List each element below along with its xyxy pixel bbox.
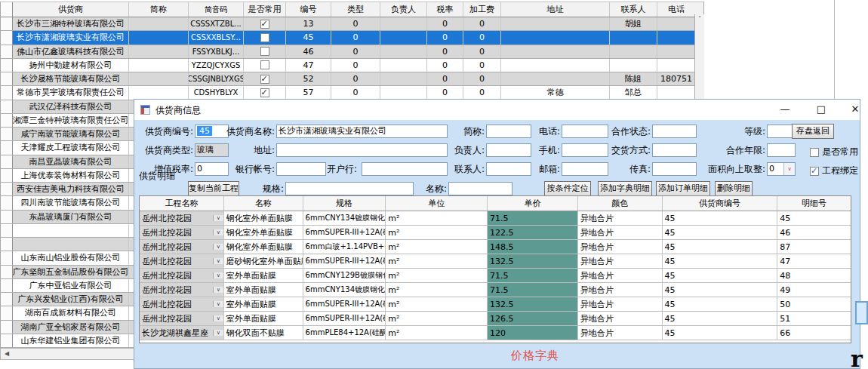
project-combobox[interactable]: 岳州北控花园 ∨ bbox=[140, 312, 224, 325]
price-cell[interactable]: 71.5 bbox=[488, 283, 578, 297]
detail-row[interactable]: 岳州北控花园 ∨ 磨砂钢化室外单面贴膜 6mmSUPER-III+12A(硅..… bbox=[140, 254, 851, 269]
detail-row[interactable]: 岳州北控花园 ∨ 钢化室外单面贴膜 6mm白玻+1.14PVB+6mm... m… bbox=[140, 240, 851, 254]
supplier-row[interactable]: 长沙晟格节能玻璃有限公司 CSSGJNBLYXGS 52 0 0 0 陈姐 18… bbox=[1, 72, 703, 86]
is-common-checkbox[interactable] bbox=[260, 60, 269, 69]
col-header-process-fee[interactable]: 加工费 bbox=[463, 2, 501, 17]
price-cell[interactable]: 132.5 bbox=[488, 297, 578, 311]
project-combobox[interactable]: 岳州北控花园 ∨ bbox=[140, 211, 224, 225]
project-combobox[interactable]: 岳州北控花园 ∨ bbox=[140, 297, 224, 311]
add-dict-detail-button[interactable]: 添加字典明细 bbox=[598, 181, 652, 196]
detail-row[interactable]: 岳州北控花园 ∨ 室外单面贴膜 6mmSUPER-III+12A(硅... m²… bbox=[140, 312, 851, 326]
phone-field[interactable] bbox=[562, 125, 608, 138]
fax-field[interactable] bbox=[652, 162, 697, 176]
col-header-spec[interactable]: 规格 bbox=[303, 196, 386, 211]
col-header-manager[interactable]: 负责人 bbox=[380, 2, 427, 17]
minimize-button[interactable]: — bbox=[772, 100, 798, 119]
col-header-address[interactable]: 地址 bbox=[501, 2, 610, 17]
col-header-color[interactable]: 颜色 bbox=[578, 196, 663, 211]
email-field[interactable] bbox=[562, 162, 608, 176]
supplier-row[interactable]: 长沙市潇湘玻璃实业有限公司 CSSXXBLSY... 45 0 0 0 bbox=[1, 31, 703, 45]
is-common-checkbox[interactable] bbox=[260, 75, 269, 84]
col-header-project[interactable]: 工程名称 bbox=[140, 196, 224, 211]
detail-row[interactable]: 岳州北控花园 ∨ 钢化室外单面贴膜 6mmCNY134镀膜钢化 m² 71.5 … bbox=[140, 211, 851, 226]
mobile-field[interactable] bbox=[562, 143, 608, 157]
col-header-pinyin-code[interactable]: 简音码 bbox=[189, 2, 244, 17]
detail-row[interactable]: 岳州北控花园 ∨ 室外单面贴膜 6mmCNY134镀膜钢化 m² 71.5 异地… bbox=[140, 283, 851, 297]
price-cell[interactable]: 71.5 bbox=[488, 211, 578, 225]
supplier-type-field[interactable]: 玻璃 bbox=[195, 143, 229, 157]
address-field[interactable] bbox=[276, 143, 448, 157]
delete-detail-button[interactable]: 删除明细 bbox=[715, 181, 753, 196]
project-combobox[interactable]: 长沙龙湖祺鑫星座 ∨ bbox=[140, 326, 224, 340]
chevron-down-icon[interactable]: ∨ bbox=[213, 215, 223, 221]
detail-row[interactable]: 岳州北控花园 ∨ 室外单面贴膜 6mmSUPER-III+12A(硅... m²… bbox=[140, 297, 851, 312]
locate-by-condition-button[interactable]: 按条件定位 bbox=[544, 181, 591, 196]
chevron-down-icon[interactable]: ∨ bbox=[213, 330, 223, 336]
short-name-field[interactable] bbox=[486, 125, 531, 138]
col-header-supplier-no[interactable]: 供货商编号 bbox=[663, 196, 778, 211]
col-header-unit[interactable]: 单位 bbox=[386, 196, 488, 211]
detail-row[interactable]: 岳州北控花园 ∨ 室外单面贴膜 6mmCNY129B镀膜钢化 m² 71.5 异… bbox=[140, 269, 851, 283]
chevron-down-icon[interactable]: ∨ bbox=[783, 163, 795, 175]
col-header-contact[interactable]: 联系人 bbox=[610, 2, 657, 17]
dialog-titlebar[interactable]: 供货商信息 — □ ✕ bbox=[134, 100, 860, 120]
manager-field[interactable] bbox=[486, 143, 531, 157]
copy-current-project-button[interactable]: 复制当前工程 bbox=[188, 181, 239, 196]
is-common-checkbox[interactable] bbox=[260, 33, 269, 42]
bank-name-field[interactable] bbox=[362, 162, 448, 176]
col-header-type[interactable]: 类型 bbox=[331, 2, 380, 17]
col-header-price[interactable]: 单价 bbox=[488, 196, 578, 211]
is-common-checkbox[interactable] bbox=[260, 47, 269, 56]
supplier-name-field[interactable]: 长沙市潇湘玻璃实业有限公司 bbox=[276, 125, 448, 138]
chevron-down-icon[interactable]: ∨ bbox=[213, 272, 223, 278]
coop-years-field[interactable] bbox=[767, 143, 796, 157]
chevron-down-icon[interactable]: ∨ bbox=[213, 301, 223, 307]
maximize-button[interactable]: □ bbox=[808, 100, 834, 119]
col-header-phone[interactable]: 电话 bbox=[657, 2, 695, 17]
supplier-row[interactable]: 佛山市亿鑫玻璃科技有限公司 FSSYXBLKJ... 46 0 0 0 bbox=[1, 45, 703, 59]
col-header-supplier[interactable]: 供货商 bbox=[13, 2, 129, 17]
project-bind-checkbox[interactable] bbox=[810, 167, 819, 176]
price-cell[interactable]: 71.5 bbox=[488, 269, 578, 282]
project-combobox[interactable]: 岳州北控花园 ∨ bbox=[140, 254, 224, 268]
close-icon[interactable]: ✕ bbox=[842, 100, 868, 119]
project-combobox[interactable]: 岳州北控花园 ∨ bbox=[140, 240, 224, 254]
delivery-method-field[interactable] bbox=[652, 143, 697, 157]
save-return-button[interactable]: 存盘返回 bbox=[792, 124, 834, 139]
is-common-checkbox-group[interactable]: 是否常用 bbox=[810, 146, 858, 158]
price-cell[interactable]: 148.5 bbox=[488, 240, 578, 254]
price-cell[interactable]: 120 bbox=[488, 326, 578, 340]
chevron-down-icon[interactable]: ∨ bbox=[213, 287, 223, 293]
col-header-detail-no[interactable]: 明细号 bbox=[777, 196, 851, 211]
detail-row[interactable]: 长沙龙湖祺鑫星座 ∨ 钢化双面不贴膜 6mmPLE84+12A(硅酮胶... m… bbox=[140, 326, 851, 340]
supplier-row[interactable]: 扬州中勤建材有限公司 YZZQJCYXGS 47 0 0 0 bbox=[1, 59, 703, 72]
scroll-up-icon[interactable]: ˄ bbox=[695, 14, 704, 26]
col-header-number[interactable]: 编号 bbox=[286, 2, 331, 17]
col-header-is-common[interactable]: 是否常用 bbox=[244, 2, 286, 17]
area-round-up-select[interactable]: 0 ∨ bbox=[767, 162, 796, 176]
add-order-detail-button[interactable]: 添加订单明细 bbox=[656, 181, 710, 196]
coop-status-field[interactable] bbox=[652, 125, 697, 138]
chevron-down-icon[interactable]: ∨ bbox=[213, 229, 223, 235]
price-cell[interactable]: 132.5 bbox=[488, 254, 578, 268]
project-combobox[interactable]: 岳州北控花园 ∨ bbox=[140, 226, 224, 239]
supplier-row[interactable]: 常德市昊宇玻璃有限责任公司 CDSHYBLYX 57 0 0 0 常德 邹总 bbox=[1, 86, 703, 100]
chevron-down-icon[interactable]: ∨ bbox=[213, 315, 223, 321]
col-header-tax-rate[interactable]: 税率 bbox=[427, 2, 463, 17]
vat-rate-field[interactable]: 0 bbox=[195, 162, 229, 176]
chevron-down-icon[interactable]: ∨ bbox=[213, 258, 223, 264]
project-bind-checkbox-group[interactable]: 工程绑定 bbox=[810, 165, 858, 177]
project-combobox[interactable]: 岳州北控花园 ∨ bbox=[140, 283, 224, 297]
chevron-down-icon[interactable]: ∨ bbox=[213, 244, 223, 250]
is-common-checkbox[interactable] bbox=[260, 20, 269, 29]
name-filter-field[interactable] bbox=[448, 182, 512, 195]
is-common-dialog-checkbox[interactable] bbox=[810, 148, 819, 157]
supplier-row[interactable]: 长沙市三湘特种玻璃有限公司 CSSSXTZBL... 13 0 0 0 胡姐 bbox=[1, 17, 703, 31]
scroll-left-icon[interactable]: ◀ bbox=[1, 349, 13, 359]
spec-filter-field[interactable] bbox=[285, 182, 414, 195]
detail-row[interactable]: 岳州北控花园 ∨ 钢化室外单面贴膜 6mmSUPER-III+12A(硅... … bbox=[140, 226, 851, 240]
price-cell[interactable]: 126.5 bbox=[488, 312, 578, 325]
is-common-checkbox[interactable] bbox=[260, 88, 269, 97]
col-header-name[interactable]: 名称 bbox=[224, 196, 303, 211]
price-cell[interactable]: 122.5 bbox=[488, 226, 578, 239]
